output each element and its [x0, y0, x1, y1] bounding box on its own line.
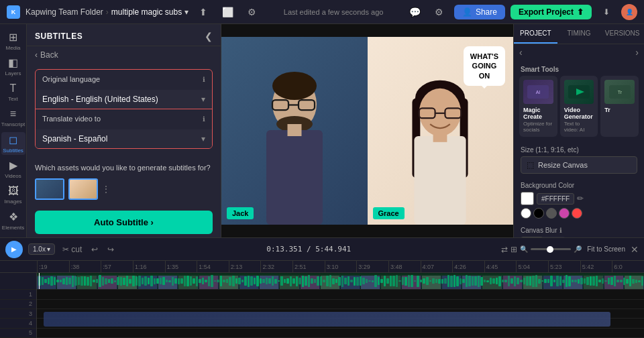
track-label-3: 3 — [0, 309, 36, 319]
track-row-2[interactable] — [37, 300, 644, 309]
waveform-bar — [202, 278, 205, 284]
download-icon-btn[interactable]: ⬇ — [597, 4, 616, 20]
waveform-bar — [266, 278, 268, 284]
track-row-5[interactable] — [37, 329, 644, 338]
track-row-4[interactable] — [37, 319, 644, 328]
fit-to-screen-button[interactable]: Fit to Screen — [587, 245, 625, 253]
zoom-plus-btn[interactable]: 🔎 — [574, 245, 582, 253]
gear-icon-btn[interactable]: ⚙ — [430, 4, 449, 20]
zoom-thumb[interactable] — [547, 246, 553, 253]
color-row: #FFFFFF ✏ — [521, 192, 637, 205]
color-presets — [521, 208, 637, 219]
color-swatch-white[interactable] — [521, 192, 534, 205]
original-language-select[interactable]: English - English (United States) ▾ — [36, 90, 212, 109]
project-name[interactable]: multiple magic subs — [111, 7, 182, 17]
auto-subtitle-button[interactable]: Auto Subtitle › — [35, 211, 213, 234]
waveform-bar — [366, 279, 368, 283]
translate-language-select[interactable]: Spanish - Español ▾ — [36, 129, 212, 148]
canvas-blur-section: Canvas Blur ℹ Off On — [514, 223, 644, 237]
timeline-tracks — [37, 273, 644, 338]
team-folder: Kapwing Team Folder — [25, 7, 103, 17]
chat-icon-btn[interactable]: 💬 — [406, 4, 425, 20]
waveform-bar — [160, 278, 162, 284]
speed-button[interactable]: 1.0x ▾ — [28, 243, 55, 255]
cut-button[interactable]: ✂ cut — [60, 243, 84, 256]
color-preset-black[interactable] — [533, 208, 544, 219]
original-lang-info-icon[interactable]: ℹ — [203, 76, 205, 83]
waveform-bar — [354, 277, 356, 286]
upload-icon-btn[interactable]: ⬆ — [194, 4, 213, 20]
sidebar-item-media[interactable]: ⊞ Media — [1, 30, 25, 52]
tool-video-generator[interactable]: Video Generator Text to video: AI — [560, 76, 598, 137]
waveform-bar — [280, 276, 283, 285]
tab-project[interactable]: PROJECT — [514, 24, 557, 44]
waveform-bar — [193, 278, 195, 284]
sidebar-item-videos[interactable]: ▶ Videos — [1, 158, 25, 180]
waveform-bar — [538, 279, 541, 284]
color-preset-red[interactable] — [572, 208, 582, 219]
waveform-bar — [220, 276, 223, 286]
waveform-bar — [444, 278, 447, 284]
back-button[interactable]: ‹ Back — [27, 46, 66, 64]
waveform-bar — [450, 276, 453, 287]
export-button[interactable]: Export Project ⬆ — [511, 5, 592, 19]
waveform-bar — [347, 276, 350, 286]
panel-nav: ‹ › — [514, 44, 644, 60]
track-row-1[interactable] — [37, 290, 644, 299]
ruler-mark: 4:45 — [484, 261, 517, 273]
timeline-body: 1 2 3 4 5 — [0, 273, 644, 338]
waveform-bar — [423, 278, 425, 284]
waveform-bar — [44, 279, 47, 282]
project-chevron[interactable]: ▾ — [184, 7, 189, 17]
sidebar-item-text[interactable]: T Text — [1, 81, 25, 104]
color-preset-magenta[interactable] — [559, 208, 570, 219]
waveform-bar — [114, 280, 117, 282]
subtitles-header: SUBTITLES ❮ — [27, 24, 221, 46]
translate-info-icon[interactable]: ℹ — [203, 115, 205, 123]
close-timeline-button[interactable]: ✕ — [631, 244, 639, 255]
tool-third[interactable]: Tr Tr — [600, 76, 639, 137]
zoom-minus-btn[interactable]: 🔍 — [520, 245, 528, 253]
color-hex-value[interactable]: #FFFFFF — [537, 193, 574, 205]
asset-thumb-1[interactable] — [35, 178, 64, 200]
color-preset-gray[interactable] — [546, 208, 557, 219]
waveform-bar — [142, 278, 144, 284]
sidebar-item-transcript[interactable]: ≡ Transcript — [1, 107, 25, 129]
undo-button[interactable]: ↩ — [89, 243, 100, 256]
panel-nav-next[interactable]: › — [635, 47, 639, 58]
play-button[interactable]: ▶ — [5, 241, 23, 258]
sidebar-item-images[interactable]: 🖼 Images — [1, 184, 25, 207]
tab-timing[interactable]: TIMING — [557, 24, 601, 44]
color-preset-white[interactable] — [521, 208, 531, 219]
waveform-bar — [87, 277, 89, 286]
sidebar-item-layers[interactable]: ◧ Layers — [1, 55, 25, 78]
bottom-clip[interactable] — [44, 312, 610, 327]
tab-versions[interactable]: VERSIONS — [600, 24, 644, 44]
magic-create-title: Magic Create — [523, 107, 553, 120]
waveform-bar — [235, 278, 238, 284]
ruler-mark: 1:54 — [197, 261, 229, 273]
waveform-bar — [447, 275, 450, 287]
user-avatar[interactable]: 👤 — [621, 4, 637, 20]
waveform-bar — [496, 278, 498, 285]
share-button[interactable]: 👤 Share — [454, 5, 505, 19]
main-audio-track[interactable] — [37, 273, 644, 290]
sidebar-item-elements[interactable]: ❖ Elements — [1, 209, 25, 232]
redo-button[interactable]: ↪ — [105, 243, 116, 256]
resize-canvas-button[interactable]: ⬚ Resize Canvas — [521, 156, 637, 174]
monitor-icon-btn[interactable]: ⬜ — [218, 4, 237, 20]
panel-nav-prev[interactable]: ‹ — [519, 47, 523, 58]
eyedropper-icon[interactable]: ✏ — [577, 194, 584, 203]
blur-info-icon[interactable]: ℹ — [559, 227, 562, 234]
asset-thumb-2[interactable] — [68, 178, 98, 200]
settings-icon-btn[interactable]: ⚙ — [242, 4, 261, 20]
zoom-slider[interactable] — [531, 248, 571, 250]
ruler-mark: 2:32 — [260, 261, 292, 273]
panel-collapse-btn[interactable]: ❮ — [205, 31, 213, 42]
waveform-bar — [248, 276, 250, 287]
zoom-fit-btn[interactable]: ⊞ — [511, 245, 517, 254]
sidebar-item-subtitles[interactable]: ◻ Subtitles — [1, 132, 25, 155]
zoom-frame-btn[interactable]: ⇄ — [501, 245, 508, 254]
tool-magic-create[interactable]: AI Magic Create Optimize for socials — [519, 76, 557, 137]
waveform-bar — [93, 280, 95, 282]
